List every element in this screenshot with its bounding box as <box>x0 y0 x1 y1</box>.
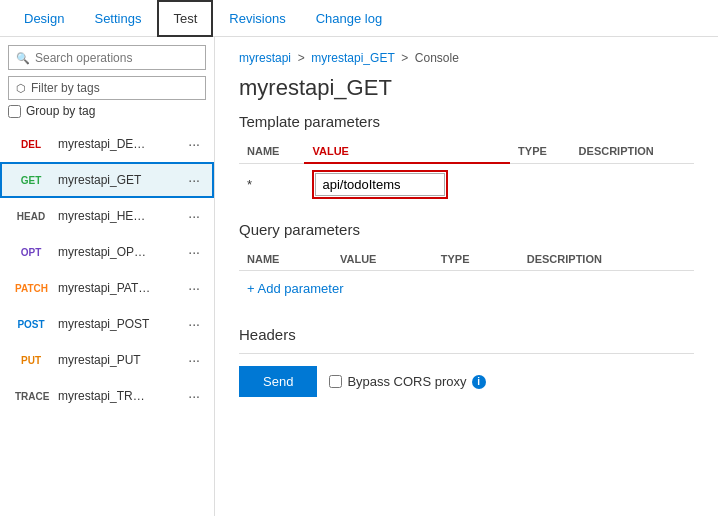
api-item-get[interactable]: GET myrestapi_GET ··· <box>0 162 214 198</box>
breadcrumb-current: Console <box>415 51 459 65</box>
template-params-title: Template parameters <box>239 113 694 130</box>
col-value-template: VALUE <box>304 140 510 163</box>
add-param-cell: + Add parameter <box>239 271 694 311</box>
search-input[interactable] <box>35 51 198 65</box>
more-options-btn[interactable]: ··· <box>186 316 202 332</box>
layout: Filter by tags Group by tag DEL myrestap… <box>0 37 718 516</box>
bypass-cors-label: Bypass CORS proxy i <box>329 374 485 389</box>
param-type <box>510 163 571 205</box>
headers-title: Headers <box>239 326 694 343</box>
api-item-name: myrestapi_POST <box>58 317 178 331</box>
method-badge: DEL <box>12 138 50 151</box>
breadcrumb-api[interactable]: myrestapi <box>239 51 291 65</box>
add-param-row: + Add parameter <box>239 271 694 311</box>
more-options-btn[interactable]: ··· <box>186 280 202 296</box>
send-button[interactable]: Send <box>239 366 317 397</box>
search-icon <box>16 50 30 65</box>
method-badge: PUT <box>12 354 50 367</box>
sidebar: Filter by tags Group by tag DEL myrestap… <box>0 37 215 516</box>
tab-settings[interactable]: Settings <box>80 0 155 37</box>
method-badge: OPT <box>12 246 50 259</box>
api-item-head[interactable]: HEAD myrestapi_HE… ··· <box>0 198 214 234</box>
qcol-name: NAME <box>239 248 332 271</box>
api-item-post[interactable]: POST myrestapi_POST ··· <box>0 306 214 342</box>
filter-label: Filter by tags <box>31 81 100 95</box>
more-options-btn[interactable]: ··· <box>186 388 202 404</box>
filter-box[interactable]: Filter by tags <box>8 76 206 100</box>
api-item-name: myrestapi_HE… <box>58 209 178 223</box>
group-label: Group by tag <box>26 104 95 118</box>
more-options-btn[interactable]: ··· <box>186 136 202 152</box>
api-item-name: myrestapi_GET <box>58 173 178 187</box>
bypass-cors-checkbox[interactable] <box>329 375 342 388</box>
api-item-name: myrestapi_OP… <box>58 245 178 259</box>
template-param-row: * <box>239 163 694 205</box>
filter-icon <box>16 81 26 95</box>
api-item-put[interactable]: PUT myrestapi_PUT ··· <box>0 342 214 378</box>
col-name: NAME <box>239 140 304 163</box>
more-options-btn[interactable]: ··· <box>186 244 202 260</box>
page-title: myrestapi_GET <box>239 75 694 101</box>
method-badge: HEAD <box>12 210 50 223</box>
more-options-btn[interactable]: ··· <box>186 352 202 368</box>
api-item-name: myrestapi_DE… <box>58 137 178 151</box>
more-options-btn[interactable]: ··· <box>186 208 202 224</box>
param-description <box>571 163 694 205</box>
template-params-table: NAME VALUE TYPE DESCRIPTION * <box>239 140 694 205</box>
breadcrumb-operation[interactable]: myrestapi_GET <box>311 51 394 65</box>
api-item-trace[interactable]: TRACE myrestapi_TR… ··· <box>0 378 214 414</box>
qcol-type: TYPE <box>433 248 519 271</box>
qcol-desc: DESCRIPTION <box>519 248 694 271</box>
more-options-btn[interactable]: ··· <box>186 172 202 188</box>
value-highlight-box <box>312 170 448 199</box>
api-item-name: myrestapi_PUT <box>58 353 178 367</box>
send-row: Send Bypass CORS proxy i <box>239 366 694 397</box>
param-value-cell <box>304 163 510 205</box>
breadcrumb: myrestapi > myrestapi_GET > Console <box>239 51 694 65</box>
qcol-value: VALUE <box>332 248 433 271</box>
query-params-title: Query parameters <box>239 221 694 238</box>
param-name-star: * <box>239 163 304 205</box>
query-params-table: NAME VALUE TYPE DESCRIPTION + Add parame… <box>239 248 694 310</box>
col-desc: DESCRIPTION <box>571 140 694 163</box>
method-badge: POST <box>12 318 50 331</box>
info-icon[interactable]: i <box>472 375 486 389</box>
method-badge: GET <box>12 174 50 187</box>
headers-divider <box>239 353 694 354</box>
search-box[interactable] <box>8 45 206 70</box>
api-item-opt[interactable]: OPT myrestapi_OP… ··· <box>0 234 214 270</box>
add-param-button[interactable]: + Add parameter <box>247 277 686 300</box>
top-nav: Design Settings Test Revisions Change lo… <box>0 0 718 37</box>
group-checkbox[interactable] <box>8 105 21 118</box>
tab-design[interactable]: Design <box>10 0 78 37</box>
tab-changelog[interactable]: Change log <box>302 0 397 37</box>
api-item-del[interactable]: DEL myrestapi_DE… ··· <box>0 126 214 162</box>
param-value-input[interactable] <box>315 173 445 196</box>
main-content: myrestapi > myrestapi_GET > Console myre… <box>215 37 718 516</box>
group-by-tag[interactable]: Group by tag <box>8 104 206 118</box>
tab-test[interactable]: Test <box>157 0 213 37</box>
method-badge: PATCH <box>12 282 50 295</box>
bypass-cors-text: Bypass CORS proxy <box>347 374 466 389</box>
tab-revisions[interactable]: Revisions <box>215 0 299 37</box>
api-item-patch[interactable]: PATCH myrestapi_PAT… ··· <box>0 270 214 306</box>
api-item-name: myrestapi_PAT… <box>58 281 178 295</box>
method-badge: TRACE <box>12 390 50 403</box>
api-items-list: DEL myrestapi_DE… ··· GET myrestapi_GET … <box>0 126 214 414</box>
col-type: TYPE <box>510 140 571 163</box>
api-item-name: myrestapi_TR… <box>58 389 178 403</box>
